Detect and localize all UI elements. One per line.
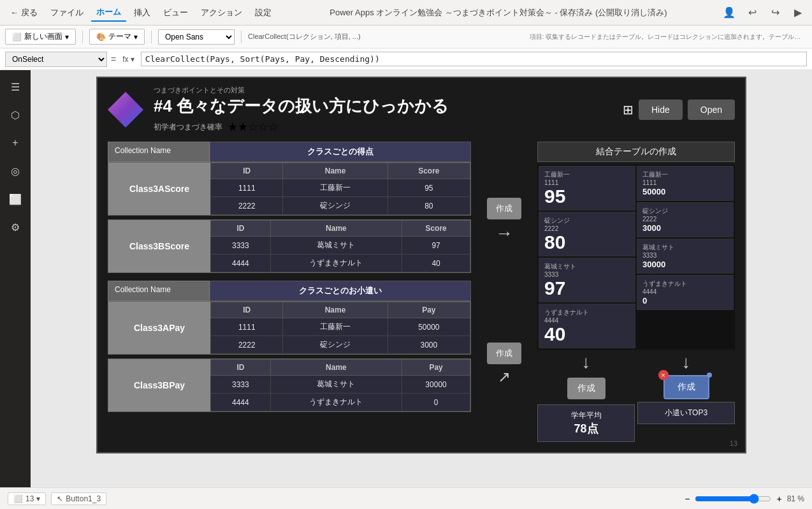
play-button[interactable]: ▶ (789, 4, 807, 22)
slide: つまづきポイントとその対策 #4 色々なデータの扱い方にひっかかる 初学者つまづ… (96, 77, 746, 454)
property-selector[interactable]: OnSelect (5, 52, 107, 67)
result-top3-box: 小遣いTOP3 (637, 402, 735, 424)
zoom-minus-button[interactable]: − (685, 494, 690, 504)
chevron-down-icon-2: ▾ (134, 33, 138, 41)
score-value-4: 40 (544, 325, 630, 344)
action-menu[interactable]: アクション (196, 4, 247, 21)
header-text: つまづきポイントとその対策 #4 色々なデータの扱い方にひっかかる 初学者つまづ… (154, 85, 613, 134)
create-button-2[interactable]: 作成 (487, 343, 521, 364)
col-score-header: Score (388, 163, 470, 179)
class3a-pay-label: Class3APay (108, 302, 210, 354)
zoom-plus-button[interactable]: + (776, 494, 781, 504)
score-item-2: 碇シンジ2222 80 (539, 212, 635, 256)
right-arrow-icon: → (495, 223, 513, 244)
page-indicator: ⬜ 13 ▾ (8, 492, 46, 505)
status-right: − + 81 % (685, 494, 804, 504)
new-screen-button[interactable]: ⬜ 新しい画面 ▾ (5, 29, 76, 45)
menu-bar: ← 戻る ファイル ホーム 挿入 ビュー アクション 設定 Power Apps… (0, 0, 812, 26)
down-arrow-icon-2: ↓ (682, 352, 691, 373)
undo-button[interactable]: ↩ (743, 4, 761, 22)
ribbon-bar: ⬜ 新しい画面 ▾ 🎨 テーマ ▾ Open Sans ClearCollect… (0, 26, 812, 48)
main-title: #4 色々なデータの扱い方にひっかかる (154, 95, 613, 117)
sidebar-component-icon[interactable]: ⬜ (5, 189, 25, 209)
redo-button[interactable]: ↪ (766, 4, 784, 22)
pay-item-1: 工藤新一1111 50000 (637, 166, 734, 201)
canvas-area: つまづきポイントとその対策 #4 色々なデータの扱い方にひっかかる 初学者つまづ… (31, 70, 812, 487)
grid-icon[interactable]: ⊞ (623, 102, 634, 117)
formula-input[interactable] (141, 52, 807, 66)
open-button[interactable]: Open (688, 100, 735, 120)
create-top3-button[interactable]: 作成 (663, 375, 709, 399)
result-top3-label: 小遣いTOP3 (648, 408, 724, 418)
hide-button[interactable]: Hide (639, 100, 683, 120)
chevron-down-icon: ▾ (65, 33, 69, 41)
create-button-1[interactable]: 作成 (487, 198, 521, 219)
tables-area: Collection Name クラスごとの得点 Class3AScore ID… (108, 142, 471, 442)
app-title: Power Apps オンライン勉強会 ～つまづきポイント対策会～ - 保存済み… (279, 7, 718, 18)
status-left: ⬜ 13 ▾ ↖ Button1_3 (8, 492, 106, 505)
sidebar-layers-icon[interactable]: ⬡ (5, 105, 25, 125)
combined-grid: 工藤新一1111 95 碇シンジ2222 80 葛城ミサト3333 97 (537, 165, 735, 350)
class3a-pay-table: ID Name Pay 1111 工藤新一 50000 (210, 302, 470, 354)
font-selector[interactable]: Open Sans (158, 29, 235, 45)
score-name-1: 工藤新一1111 (544, 170, 630, 187)
file-menu[interactable]: ファイル (45, 4, 89, 21)
back-button[interactable]: ← 戻る (5, 4, 43, 21)
collection1-title: クラスごとの得点 (210, 142, 471, 162)
table-row: 2222 碇シンジ 3000 (211, 336, 470, 354)
settings-menu[interactable]: 設定 (250, 4, 277, 21)
zoom-slider[interactable] (695, 494, 771, 504)
main-area: ☰ ⬡ + ◎ ⬜ ⚙ つまづきポイントとその対策 #4 色々なデータの扱い方に… (0, 70, 812, 487)
sidebar-add-icon[interactable]: + (5, 133, 25, 153)
formula-desc: 項目: 収集するレコードまたはテーブル。レコードはコレクションに追加されます。テ… (530, 33, 808, 41)
stars: ★★☆☆☆ (228, 120, 279, 134)
class3b-pay-table: ID Name Pay 3333 葛城ミサト 30000 (210, 359, 470, 411)
middle-section: 作成 → 作成 ↗ (479, 142, 530, 442)
result-avg-value: 78点 (548, 421, 624, 436)
class3a-score-label: Class3AScore (108, 163, 210, 215)
selected-create-wrapper: 作成 × (663, 375, 709, 399)
collection1-header: Collection Name (108, 142, 210, 162)
score-value-3: 97 (544, 279, 630, 298)
difficulty-label: 初学者つまづき確率 (154, 122, 222, 133)
scores-column: 工藤新一1111 95 碇シンジ2222 80 葛城ミサト3333 97 (539, 166, 635, 348)
slide-content: Collection Name クラスごとの得点 Class3AScore ID… (98, 142, 745, 452)
menu-icons: 👤 ↩ ↪ ▶ (720, 4, 807, 22)
diagonal-arrow-icon: ↗ (498, 368, 511, 386)
pay-name-2: 碇シンジ2222 (642, 207, 728, 223)
sidebar-data-icon[interactable]: ◎ (5, 161, 25, 181)
chevron-down-icon-status: ▾ (36, 494, 40, 503)
insert-menu[interactable]: 挿入 (129, 4, 156, 21)
home-menu[interactable]: ホーム (91, 4, 126, 22)
class3b-pay-container: Class3BPay ID Name Pay (108, 358, 471, 412)
slide-header: つまづきポイントとその対策 #4 色々なデータの扱い方にひっかかる 初学者つまづ… (98, 78, 745, 142)
table-row: 4444 うずまきナルト 0 (211, 394, 470, 411)
fx-button[interactable]: fx ▾ (120, 54, 137, 65)
sidebar-menu-icon[interactable]: ☰ (5, 77, 25, 97)
score-name-3: 葛城ミサト3333 (544, 262, 630, 279)
score-item-4: うずまきナルト4444 40 (539, 304, 635, 348)
user-icon[interactable]: 👤 (720, 4, 738, 22)
zoom-percent: 81 % (787, 494, 804, 503)
back-arrow-icon: ← (10, 8, 18, 17)
sidebar-settings-icon[interactable]: ⚙ (5, 217, 25, 237)
header-buttons: ⊞ Hide Open (623, 100, 735, 120)
pay-item-2: 碇シンジ2222 3000 (637, 202, 734, 237)
theme-button[interactable]: 🎨 テーマ ▾ (89, 29, 145, 45)
col-name-header: Name (283, 163, 388, 179)
table-row: 3333 葛城ミサト 97 (211, 237, 470, 255)
separator-2 (151, 31, 152, 43)
result-avg-label: 学年平均 (548, 410, 624, 421)
table-row: 4444 うずまきナルト 40 (211, 255, 470, 272)
pay-value-3: 30000 (642, 260, 728, 269)
class3b-score-label: Class3BScore (108, 220, 210, 272)
pay-name-4: うずまきナルト4444 (642, 279, 728, 296)
create-avg-button[interactable]: 作成 (567, 378, 605, 399)
pay-name-3: 葛城ミサト3333 (642, 243, 728, 260)
status-bar: ⬜ 13 ▾ ↖ Button1_3 − + 81 % (0, 487, 812, 509)
pay-name-1: 工藤新一1111 (642, 170, 728, 187)
combined-title: 結合テーブルの作成 (537, 142, 735, 162)
close-icon[interactable]: × (658, 370, 669, 380)
view-menu[interactable]: ビュー (158, 4, 193, 21)
right-action-col: ↓ 作成 × 小遣いTOP3 (637, 352, 735, 442)
